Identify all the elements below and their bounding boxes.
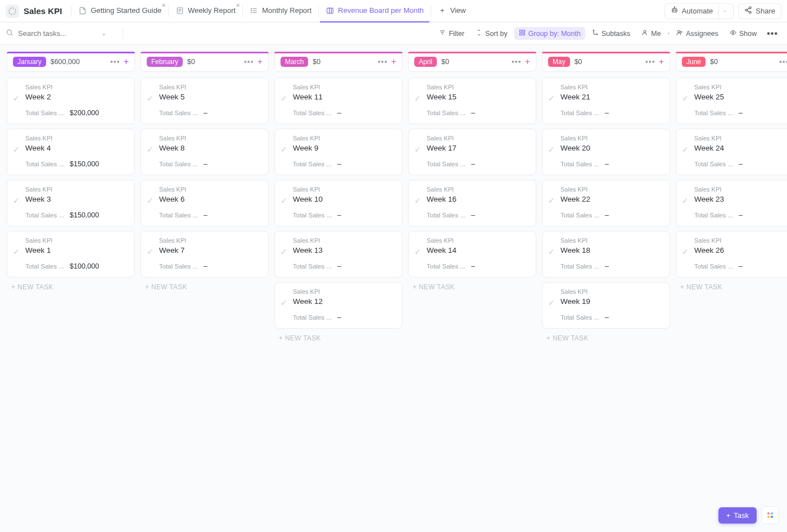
column-add-button[interactable]: +	[391, 57, 396, 67]
share-button[interactable]: Share	[738, 3, 781, 19]
checkmark-icon[interactable]: ✓	[281, 145, 287, 154]
checkmark-icon[interactable]: ✓	[147, 94, 153, 103]
chevron-down-icon[interactable]: ⌄	[101, 30, 106, 37]
checkmark-icon[interactable]: ✓	[548, 94, 555, 103]
new-task-button[interactable]: + NEW TASK	[676, 278, 787, 297]
new-task-button[interactable]: + NEW TASK	[408, 278, 536, 297]
task-card[interactable]: ✓ Sales KPI Week 17 Total Sales ... –	[408, 129, 536, 175]
group-by-button[interactable]: Group by: Month	[514, 27, 585, 40]
column-add-button[interactable]: +	[257, 57, 263, 67]
close-icon[interactable]: ✕	[236, 2, 240, 8]
checkmark-icon[interactable]: ✓	[682, 94, 689, 103]
checkmark-icon[interactable]: ✓	[13, 145, 20, 154]
chevron-down-icon[interactable]	[718, 4, 727, 19]
checkmark-icon[interactable]: ✓	[548, 196, 555, 205]
task-card[interactable]: ✓ Sales KPI Week 26 Total Sales ... –	[676, 231, 787, 278]
space-title[interactable]: Sales KPI	[24, 6, 62, 16]
checkmark-icon[interactable]: ✓	[414, 94, 421, 103]
column-header[interactable]: May $0 ••• +	[542, 52, 670, 72]
checkmark-icon[interactable]: ✓	[414, 196, 421, 205]
column-header[interactable]: March $0 ••• +	[274, 52, 402, 72]
checkmark-icon[interactable]: ✓	[147, 196, 153, 205]
add-view-button[interactable]: + View	[432, 0, 472, 22]
checkmark-icon[interactable]: ✓	[682, 247, 689, 256]
checkmark-icon[interactable]: ✓	[147, 145, 153, 154]
task-card[interactable]: ✓ Sales KPI Week 5 Total Sales ... –	[141, 78, 269, 124]
checkmark-icon[interactable]: ✓	[13, 94, 20, 103]
task-card[interactable]: ✓ Sales KPI Week 15 Total Sales ... –	[408, 78, 536, 124]
column-header[interactable]: January $600,000 ••• +	[7, 52, 135, 72]
task-card[interactable]: ✓ Sales KPI Week 2 Total Sales ... $200,…	[7, 78, 135, 124]
task-card[interactable]: ✓ Sales KPI Week 8 Total Sales ... –	[141, 129, 269, 175]
card-title: Week 24	[694, 144, 787, 152]
checkmark-icon[interactable]: ✓	[548, 247, 555, 256]
checkmark-icon[interactable]: ✓	[281, 196, 287, 205]
checkmark-icon[interactable]: ✓	[548, 298, 555, 307]
task-card[interactable]: ✓ Sales KPI Week 23 Total Sales ... –	[676, 180, 787, 226]
new-task-button[interactable]: + NEW TASK	[542, 329, 670, 348]
checkmark-icon[interactable]: ✓	[281, 298, 287, 307]
checkmark-icon[interactable]: ✓	[147, 247, 153, 256]
sort-button[interactable]: Sort by	[471, 27, 512, 40]
tab-getting-started[interactable]: Getting Started Guide ✕	[73, 0, 167, 22]
assignees-button[interactable]: Assignees	[672, 27, 723, 40]
column-more-button[interactable]: •••	[779, 57, 787, 66]
task-card[interactable]: ✓ Sales KPI Week 3 Total Sales ... $150,…	[7, 180, 135, 226]
task-card[interactable]: ✓ Sales KPI Week 13 Total Sales ... –	[274, 231, 402, 278]
task-card[interactable]: ✓ Sales KPI Week 19 Total Sales ... –	[542, 282, 670, 329]
task-card[interactable]: ✓ Sales KPI Week 14 Total Sales ... –	[408, 231, 536, 278]
subtasks-button[interactable]: Subtasks	[587, 27, 635, 40]
column-more-button[interactable]: •••	[110, 57, 120, 66]
task-card[interactable]: ✓ Sales KPI Week 12 Total Sales ... –	[274, 282, 402, 329]
checkmark-icon[interactable]: ✓	[281, 94, 287, 103]
task-card[interactable]: ✓ Sales KPI Week 7 Total Sales ... –	[141, 231, 269, 278]
space-icon[interactable]	[6, 4, 19, 18]
task-card[interactable]: ✓ Sales KPI Week 11 Total Sales ... –	[274, 78, 402, 124]
task-card[interactable]: ✓ Sales KPI Week 25 Total Sales ... –	[676, 78, 787, 124]
automate-button[interactable]: Automate	[664, 3, 734, 19]
column-header[interactable]: February $0 ••• +	[141, 52, 269, 72]
column-more-button[interactable]: •••	[378, 57, 388, 66]
column-header[interactable]: June $0 ••• +	[676, 52, 787, 72]
close-icon[interactable]: ✕	[161, 2, 166, 8]
column-add-button[interactable]: +	[659, 57, 664, 67]
task-card[interactable]: ✓ Sales KPI Week 1 Total Sales ... $100,…	[7, 231, 135, 278]
task-card[interactable]: ✓ Sales KPI Week 10 Total Sales ... –	[274, 180, 402, 226]
new-task-button[interactable]: + NEW TASK	[274, 329, 402, 348]
search-input[interactable]	[18, 29, 97, 38]
task-card[interactable]: ✓ Sales KPI Week 21 Total Sales ... –	[542, 78, 670, 124]
column-header[interactable]: April $0 ••• +	[408, 52, 536, 72]
checkmark-icon[interactable]: ✓	[414, 247, 421, 256]
column-more-button[interactable]: •••	[645, 57, 655, 66]
show-button[interactable]: Show	[725, 27, 761, 40]
checkmark-icon[interactable]: ✓	[414, 145, 421, 154]
new-task-button[interactable]: + NEW TASK	[141, 278, 269, 297]
tab-weekly-report[interactable]: Weekly Report ✕	[170, 0, 241, 22]
more-options-button[interactable]: •••	[763, 26, 781, 41]
new-task-button[interactable]: + NEW TASK	[7, 278, 135, 297]
checkmark-icon[interactable]: ✓	[13, 196, 20, 205]
checkmark-icon[interactable]: ✓	[548, 145, 555, 154]
task-card[interactable]: ✓ Sales KPI Week 9 Total Sales ... –	[274, 129, 402, 175]
me-button[interactable]: Me	[637, 27, 665, 40]
tab-monthly-report[interactable]: Monthly Report	[244, 0, 317, 22]
column-add-button[interactable]: +	[124, 57, 129, 67]
task-card[interactable]: ✓ Sales KPI Week 6 Total Sales ... –	[141, 180, 269, 226]
column-add-button[interactable]: +	[525, 57, 530, 67]
task-card[interactable]: ✓ Sales KPI Week 22 Total Sales ... –	[542, 180, 670, 226]
task-card[interactable]: ✓ Sales KPI Week 18 Total Sales ... –	[542, 231, 670, 278]
checkmark-icon[interactable]: ✓	[682, 145, 689, 154]
task-card[interactable]: ✓ Sales KPI Week 20 Total Sales ... –	[542, 129, 670, 175]
checkmark-icon[interactable]: ✓	[13, 247, 20, 256]
column-more-button[interactable]: •••	[512, 57, 522, 66]
tab-revenue-board[interactable]: Revenue Board per Month	[320, 0, 429, 22]
checkmark-icon[interactable]: ✓	[281, 247, 287, 256]
svg-point-0	[9, 8, 16, 15]
checkmark-icon[interactable]: ✓	[682, 196, 689, 205]
column-more-button[interactable]: •••	[244, 57, 254, 66]
task-card[interactable]: ✓ Sales KPI Week 4 Total Sales ... $150,…	[7, 129, 135, 175]
svg-line-23	[747, 11, 749, 12]
task-card[interactable]: ✓ Sales KPI Week 24 Total Sales ... –	[676, 129, 787, 175]
task-card[interactable]: ✓ Sales KPI Week 16 Total Sales ... –	[408, 180, 536, 226]
filter-button[interactable]: Filter	[435, 27, 469, 40]
